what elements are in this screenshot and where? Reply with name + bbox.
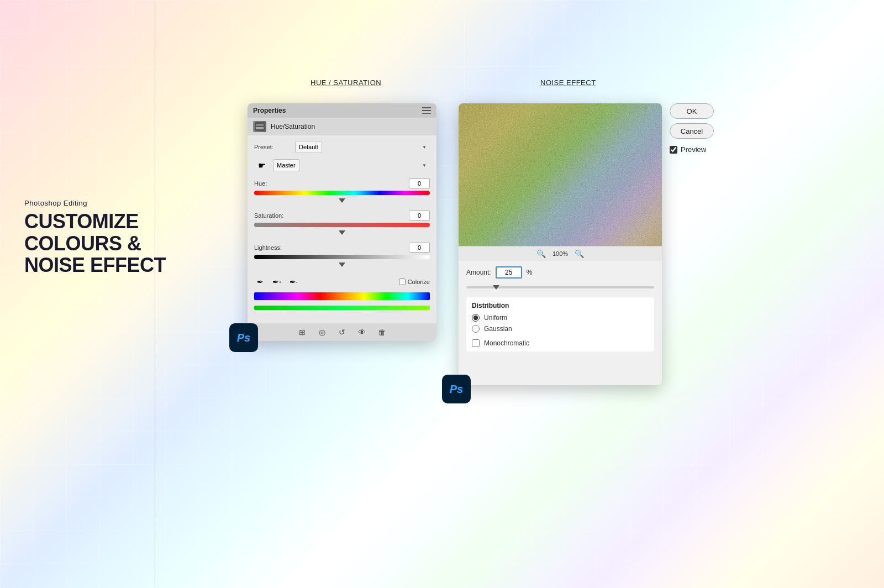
zoom-out-icon[interactable]: 🔍 — [536, 249, 546, 258]
main-title: CUSTOMIZE COLOURS & NOISE EFFECT — [24, 211, 166, 276]
title-line-3: NOISE EFFECT — [24, 254, 166, 276]
percent-label: % — [527, 269, 533, 276]
noise-texture-svg — [459, 103, 662, 246]
saturation-label: Saturation: — [254, 212, 283, 219]
preset-select-arrow: ▼ — [422, 145, 427, 150]
cancel-button[interactable]: Cancel — [670, 123, 714, 139]
left-text-block: Photoshop Editing CUSTOMIZE COLOURS & NO… — [24, 199, 166, 276]
svg-rect-3 — [459, 103, 662, 246]
lightness-slider-track[interactable] — [254, 261, 430, 268]
sample-add-icon[interactable]: ✒+ — [271, 276, 283, 288]
colorize-checkbox[interactable] — [399, 279, 406, 285]
monochromatic-row[interactable]: Monochromatic — [472, 336, 649, 347]
photoshop-icon-1: Ps — [229, 323, 258, 352]
uniform-label: Uniform — [484, 314, 507, 322]
saturation-slider-row: Saturation: — [254, 211, 430, 237]
monochromatic-checkbox[interactable] — [472, 339, 480, 347]
noise-effect-label: NOISE EFFECT — [540, 78, 596, 87]
photoshop-icon-2: Ps — [442, 375, 471, 403]
subtitle-text: Photoshop Editing — [24, 199, 166, 207]
lightness-gradient-track[interactable] — [254, 255, 430, 259]
sample-tool-icon[interactable]: ✒ — [254, 276, 266, 288]
title-line-2: COLOURS & — [24, 233, 166, 255]
zoom-in-icon[interactable]: 🔍 — [575, 249, 584, 258]
colorize-label: Colorize — [408, 279, 430, 285]
color-bar-green — [254, 306, 430, 310]
gaussian-radio[interactable] — [472, 325, 480, 333]
create-layer-icon[interactable]: ⊞ — [297, 327, 308, 338]
hue-gradient-track[interactable] — [254, 191, 430, 195]
distribution-title: Distribution — [472, 302, 649, 309]
hand-tool-icon[interactable]: ☛ — [254, 158, 270, 173]
delete-icon[interactable]: 🗑 — [376, 327, 387, 338]
channel-select-wrapper[interactable]: Master ▼ — [273, 159, 430, 171]
saturation-value-input[interactable] — [409, 211, 430, 221]
preset-select-wrapper[interactable]: Default ▼ — [295, 141, 430, 153]
preset-row: Preset: Default ▼ — [254, 141, 430, 153]
panel-title: Properties — [253, 107, 286, 114]
saturation-slider-thumb[interactable] — [339, 229, 345, 236]
panel-header-label: Hue/Saturation — [271, 123, 315, 130]
hue-slider-row: Hue: — [254, 179, 430, 205]
preset-select[interactable]: Default — [295, 141, 322, 153]
hue-slider-thumb[interactable] — [339, 197, 345, 204]
uniform-radio[interactable] — [472, 314, 480, 322]
hue-sat-icon — [253, 121, 266, 132]
noise-controls: Amount: % Distribution Uniform Gaussian … — [459, 261, 662, 385]
amount-label: Amount: — [466, 269, 491, 276]
properties-panel: Properties Hue/Saturation Preset: Defaul… — [248, 103, 436, 341]
saturation-slider-track[interactable] — [254, 229, 430, 236]
distribution-section: Distribution Uniform Gaussian Monochroma… — [466, 297, 654, 351]
panel-titlebar: Properties — [248, 103, 436, 118]
svg-rect-0 — [255, 122, 265, 131]
ok-button[interactable]: OK — [670, 103, 714, 119]
svg-rect-2 — [256, 127, 264, 129]
svg-rect-1 — [256, 124, 264, 126]
panel-header: Hue/Saturation — [248, 118, 436, 135]
lightness-value-input[interactable] — [409, 243, 430, 253]
grid-overlay — [0, 0, 884, 588]
preview-row: Preview — [670, 145, 714, 154]
panel-body: Preset: Default ▼ ☛ Master ▼ Hue: — [248, 135, 436, 323]
color-bar-rainbow — [254, 292, 430, 300]
lightness-slider-thumb[interactable] — [339, 261, 345, 268]
amount-row: Amount: % — [466, 266, 654, 279]
hue-slider-track[interactable] — [254, 197, 430, 204]
amount-slider[interactable] — [466, 283, 654, 292]
noise-preview-area — [459, 103, 662, 246]
zoom-value: 100% — [552, 250, 568, 257]
sample-remove-icon[interactable]: ✒- — [287, 276, 299, 288]
reset-icon[interactable]: ↺ — [336, 327, 348, 338]
title-line-1: CUSTOMIZE — [24, 211, 166, 233]
tools-row: ✒ ✒+ ✒- Colorize — [254, 276, 430, 288]
panel-menu-button[interactable] — [422, 107, 431, 114]
lightness-slider-row: Lightness: — [254, 243, 430, 269]
lightness-label: Lightness: — [254, 244, 282, 251]
hue-saturation-label: HUE / SATURATION — [311, 78, 381, 87]
channel-row: ☛ Master ▼ — [254, 158, 430, 173]
saturation-gradient-track[interactable] — [254, 223, 430, 227]
ok-cancel-panel: OK Cancel Preview — [670, 103, 714, 154]
preview-label: Preview — [681, 145, 706, 154]
preview-checkbox[interactable] — [670, 146, 677, 154]
amount-slider-thumb[interactable] — [493, 284, 499, 291]
noise-effect-panel: 🔍 100% 🔍 Amount: % Distribution Uniform … — [459, 103, 662, 385]
panel-footer: ⊞ ◎ ↺ 👁 🗑 — [248, 323, 436, 341]
preset-label: Preset: — [254, 144, 292, 150]
hue-label: Hue: — [254, 180, 267, 187]
monochromatic-label: Monochromatic — [484, 339, 529, 347]
channel-select-arrow: ▼ — [422, 163, 427, 168]
vertical-divider — [155, 0, 155, 588]
zoom-bar: 🔍 100% 🔍 — [459, 246, 662, 261]
hue-value-input[interactable] — [409, 179, 430, 188]
colorize-row[interactable]: Colorize — [399, 279, 430, 285]
amount-input[interactable] — [496, 266, 522, 279]
channel-select[interactable]: Master — [273, 159, 299, 171]
eye-icon[interactable]: 👁 — [356, 327, 367, 338]
uniform-row[interactable]: Uniform — [472, 314, 649, 322]
gaussian-row[interactable]: Gaussian — [472, 325, 649, 333]
gaussian-label: Gaussian — [484, 325, 512, 333]
visibility-icon[interactable]: ◎ — [317, 327, 328, 338]
